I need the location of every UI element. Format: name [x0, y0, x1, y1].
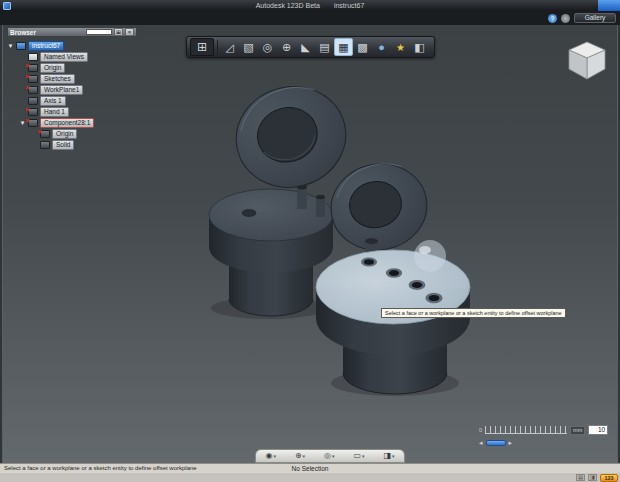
workplane-icon: ×: [28, 86, 38, 94]
browser-filter-input[interactable]: [86, 29, 112, 35]
zoom-icon: ◎: [324, 451, 331, 461]
browser-close-button[interactable]: ×: [125, 28, 134, 36]
hidden-indicator-icon: ×: [25, 106, 30, 114]
component-icon: ×: [28, 119, 38, 127]
navigation-toolbar: ◉ ▾ ⊕ ▾ ◎ ▾ ▭ ▾ ◨ ▾: [255, 449, 405, 463]
pan-button[interactable]: ⊕ ▾: [295, 451, 305, 461]
status-bar: Select a face or a workplane or a sketch…: [0, 463, 620, 473]
shell-icon[interactable]: ▤: [315, 38, 334, 56]
document-title: instruct67: [334, 2, 364, 9]
offset-distance-control: 0 mm 10 ◂ ▸: [479, 425, 611, 446]
model-tree: ▾ instruct67 Named Views × Origin ×: [7, 40, 139, 150]
browser-header: Browser ⊞ ×: [7, 27, 137, 37]
body-icon: ×: [28, 108, 38, 116]
viewport[interactable]: Browser ⊞ × ▾ instruct67 Named Views: [2, 25, 618, 463]
tree-item-label: Sketches: [40, 74, 75, 84]
tree-item-sketches[interactable]: × Sketches: [19, 73, 139, 84]
favorites-star-icon[interactable]: ★: [391, 38, 410, 56]
browser-panel: Browser ⊞ × ▾ instruct67 Named Views: [7, 27, 139, 150]
tree-item-origin[interactable]: × Origin: [19, 62, 139, 73]
app-title: Autodesk 123D Beta: [256, 2, 320, 9]
status-bar-lower: ▤ ◨ 123: [0, 473, 620, 482]
menu-grid-icon[interactable]: ⊞: [190, 38, 214, 56]
tree-item-component-origin[interactable]: × Origin: [31, 128, 139, 139]
split-view-icon[interactable]: ◧: [410, 38, 429, 56]
tree-item-label: instruct67: [28, 41, 64, 51]
hidden-indicator-icon: ×: [25, 117, 30, 125]
tree-item-label: Solid: [52, 140, 74, 150]
look-at-button[interactable]: ▭ ▾: [353, 451, 364, 461]
tree-item-workplane1[interactable]: × WorkPlane1: [19, 84, 139, 95]
ruler-zero-label: 0: [479, 427, 482, 433]
tree-item-label: Axis 1: [40, 96, 66, 106]
named-views-icon: [28, 53, 38, 61]
display-icon: ◨: [383, 451, 391, 461]
tree-item-solid[interactable]: Solid: [31, 139, 139, 150]
offset-value-input[interactable]: 10: [588, 425, 608, 435]
unit-label: mm: [570, 426, 585, 435]
chevron-down-icon: ▾: [362, 453, 365, 459]
pan-icon: ⊕: [295, 451, 302, 461]
browser-panel-title: Browser: [10, 29, 36, 36]
view-cube-graphic[interactable]: [563, 37, 611, 85]
orbit-icon: ◉: [265, 451, 272, 461]
info-icon[interactable]: [561, 14, 570, 23]
orbit-button[interactable]: ◉ ▾: [265, 451, 276, 461]
gallery-button[interactable]: Gallery: [574, 13, 616, 23]
tree-item-axis1[interactable]: Axis 1: [19, 95, 139, 106]
titlebar-accent: [598, 0, 620, 11]
browser-grid-button[interactable]: ⊞: [114, 28, 123, 36]
hidden-indicator-icon: ×: [25, 62, 30, 70]
selection-status: No Selection: [0, 465, 620, 472]
material-sphere-icon[interactable]: ●: [372, 38, 391, 56]
tree-item-label: Origin: [52, 129, 77, 139]
title-bar: Autodesk 123D Betainstruct67: [0, 0, 620, 11]
hidden-indicator-icon: ×: [25, 73, 30, 81]
assembly-icon: [16, 42, 26, 50]
fillet-icon[interactable]: ◣: [296, 38, 315, 56]
window-title: Autodesk 123D Betainstruct67: [0, 2, 620, 9]
increment-arrow-icon[interactable]: ▸: [509, 439, 513, 446]
origin-icon: ×: [40, 130, 50, 138]
sketch-icon[interactable]: ◿: [220, 38, 239, 56]
offset-ruler[interactable]: [485, 426, 567, 434]
move-icon[interactable]: ⊕: [277, 38, 296, 56]
display-settings-button[interactable]: ◨ ▾: [383, 451, 394, 461]
tree-item-label: Hand 1: [40, 107, 69, 117]
primitive-cylinder-icon[interactable]: ◎: [258, 38, 277, 56]
view-cube[interactable]: [563, 37, 611, 85]
pattern-icon[interactable]: ▩: [353, 38, 372, 56]
tree-item-root[interactable]: ▾ instruct67: [7, 40, 139, 51]
sketches-icon: ×: [28, 75, 38, 83]
decrement-arrow-icon[interactable]: ◂: [479, 439, 483, 446]
help-icon[interactable]: ?: [548, 14, 557, 23]
hidden-indicator-icon: ×: [25, 84, 30, 92]
workplane-tool-icon[interactable]: ▦: [334, 38, 353, 56]
axis-icon: [28, 97, 38, 105]
tree-item-hand1[interactable]: × Hand 1: [19, 106, 139, 117]
status-display-icon[interactable]: ◨: [588, 474, 597, 481]
expander-open-icon[interactable]: ▾: [7, 42, 14, 50]
chevron-down-icon: ▾: [332, 453, 335, 459]
tree-item-named-views[interactable]: Named Views: [19, 51, 139, 62]
toolbar-divider: [217, 40, 218, 54]
offset-slider-handle[interactable]: [486, 440, 506, 446]
primitive-box-icon[interactable]: ▧: [239, 38, 258, 56]
look-at-icon: ▭: [353, 451, 361, 461]
tree-item-label: WorkPlane1: [40, 85, 83, 95]
chevron-down-icon: ▾: [273, 453, 276, 459]
solid-icon: [40, 141, 50, 149]
chevron-down-icon: ▾: [392, 453, 395, 459]
app-badge: 123: [600, 474, 618, 482]
tree-item-label: Named Views: [40, 52, 88, 62]
status-panel-icon[interactable]: ▤: [576, 474, 585, 481]
tree-item-label: Origin: [40, 63, 65, 73]
top-strip: ? Gallery: [0, 11, 620, 25]
app-window: Autodesk 123D Betainstruct67 ? Gallery: [0, 0, 620, 482]
main-toolbar: ⊞ ◿ ▧ ◎ ⊕ ◣ ▤ ▦ ▩ ● ★ ◧: [186, 36, 435, 58]
tree-item-label: Component28:1: [40, 118, 94, 128]
origin-icon: ×: [28, 64, 38, 72]
zoom-button[interactable]: ◎ ▾: [324, 451, 335, 461]
chevron-down-icon: ▾: [303, 453, 306, 459]
hidden-indicator-icon: ×: [37, 128, 42, 136]
